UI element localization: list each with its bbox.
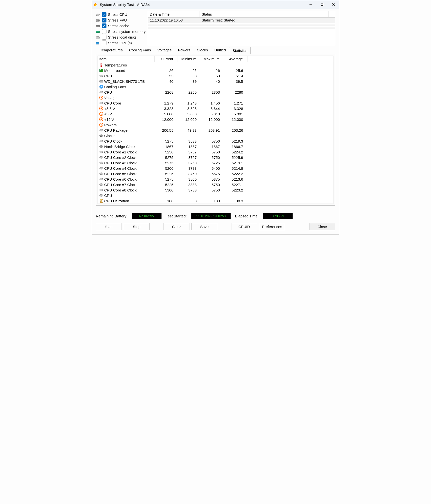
stats-row[interactable]: WD_BLACK SN770 1TB 40 39 40 39.5 <box>98 79 333 84</box>
stats-row[interactable]: CPU Clock 5275 3833 5750 5219.3 <box>98 138 333 144</box>
stats-row[interactable]: CPU Core #8 Clock 5300 3733 5750 5223.2 <box>98 187 333 193</box>
col-item[interactable]: Item <box>98 56 155 62</box>
stats-row[interactable]: CPU Core #1 Clock 5250 3767 5750 5224.2 <box>98 149 333 155</box>
maximize-button[interactable] <box>316 0 328 9</box>
section-header[interactable]: Powers <box>98 122 333 127</box>
item-label: WD_BLACK SN770 1TB <box>104 79 145 84</box>
tab-clocks[interactable]: Clocks <box>194 47 211 54</box>
svg-point-37 <box>100 184 103 186</box>
close-button[interactable] <box>328 0 339 9</box>
stop-button[interactable]: Stop <box>124 223 150 230</box>
stats-row[interactable]: CPU Core #5 Clock 5225 3750 5675 5222.2 <box>98 171 333 176</box>
svg-point-22 <box>100 102 103 104</box>
val-avg: 2280 <box>224 89 247 95</box>
tab-temperatures[interactable]: Temperatures <box>97 47 126 54</box>
svg-point-33 <box>100 162 103 164</box>
val-min: 49.23 <box>178 127 201 133</box>
ssd-icon <box>99 79 103 83</box>
svg-point-16 <box>100 75 103 77</box>
tab-statistics[interactable]: Statistics <box>229 47 251 54</box>
tab-powers[interactable]: Powers <box>175 47 194 54</box>
tab-strip: TemperaturesCooling FansVoltagesPowersCl… <box>97 47 335 54</box>
val-avg: 5213.6 <box>224 176 247 182</box>
log-row[interactable]: 11.10.2022 19:10:53 Stability Test: Star… <box>148 18 335 23</box>
minimize-button[interactable] <box>305 0 316 9</box>
val-max: 5375 <box>201 176 224 182</box>
val-avg: 51.4 <box>224 73 247 79</box>
chip-icon <box>99 172 103 176</box>
val-avg: 5222.2 <box>224 171 247 176</box>
stats-row[interactable]: +12 V 12.000 12.000 12.000 12.000 <box>98 117 333 122</box>
stats-row[interactable]: CPU Core #3 Clock 5275 3750 5725 5219.1 <box>98 160 333 166</box>
col-datetime[interactable]: Date & Time <box>148 11 200 17</box>
stress-checkbox[interactable]: ✓ <box>102 18 106 22</box>
stats-row[interactable]: CPU Core 1.279 1.243 1.456 1.271 <box>98 100 333 106</box>
val-avg: 203.26 <box>224 127 247 133</box>
svg-point-35 <box>100 173 103 175</box>
log-row[interactable] <box>148 29 335 30</box>
svg-point-4 <box>96 14 100 16</box>
status-bar: Remaining Battery: No battery Test Start… <box>96 213 335 219</box>
val-min: 3783 <box>178 166 201 171</box>
col-average[interactable]: Average <box>224 56 247 62</box>
section-header[interactable]: Voltages <box>98 95 333 100</box>
stress-label: Stress local disks <box>108 35 137 39</box>
col-maximum[interactable]: Maximum <box>201 56 224 62</box>
stress-checkbox[interactable] <box>102 29 106 34</box>
disk-icon <box>96 36 100 39</box>
svg-rect-15 <box>100 69 101 70</box>
item-label: CPU Core #3 Clock <box>104 161 137 165</box>
col-status[interactable]: Status <box>200 11 328 17</box>
col-minimum[interactable]: Minimum <box>178 56 201 62</box>
chip-icon <box>99 74 103 78</box>
chip-icon <box>99 193 103 197</box>
section-header[interactable]: Cooling Fans <box>98 84 333 89</box>
section-header[interactable]: Clocks <box>98 133 333 138</box>
stats-row[interactable]: CPU Core #6 Clock 5275 3800 5375 5213.6 <box>98 176 333 182</box>
preferences-button[interactable]: Preferences <box>259 223 285 230</box>
start-button[interactable]: Start <box>96 223 122 230</box>
val-max: 5750 <box>201 155 224 160</box>
svg-rect-1 <box>321 3 323 6</box>
chip-icon <box>99 161 103 165</box>
stats-row[interactable]: CPU 53 38 53 51.4 <box>98 73 333 79</box>
val-current: 12.000 <box>155 117 178 122</box>
stress-checkbox[interactable] <box>102 35 106 40</box>
tab-unified[interactable]: Unified <box>211 47 229 54</box>
section-title: Powers <box>104 123 117 127</box>
val-current: 206.55 <box>155 127 178 133</box>
stats-row[interactable]: CPU 2268 2265 2303 2280 <box>98 89 333 95</box>
tab-panel: Item Current Minimum Maximum Average Tem… <box>96 54 335 206</box>
col-current[interactable]: Current <box>155 56 178 62</box>
stats-row[interactable]: +5 V 5.000 5.000 5.040 5.001 <box>98 111 333 117</box>
stats-row[interactable]: CPU Utilization 100 0 100 98.3 <box>98 198 333 204</box>
stats-row[interactable]: CPU Package 206.55 49.23 208.91 203.26 <box>98 127 333 133</box>
save-button[interactable]: Save <box>191 223 217 230</box>
section-title: Cooling Fans <box>104 85 126 89</box>
cpuid-button[interactable]: CPUID <box>231 223 257 230</box>
stats-row[interactable]: +3.3 V 3.328 3.328 3.344 3.328 <box>98 106 333 111</box>
stats-row[interactable]: North Bridge Clock 1867 1867 1867 1866.7 <box>98 144 333 149</box>
val-max: 5725 <box>201 160 224 166</box>
stats-row[interactable]: Motherboard 26 25 26 25.6 <box>98 68 333 73</box>
val-max: 1867 <box>201 144 224 149</box>
stress-checkbox[interactable]: ✓ <box>102 23 106 28</box>
button-row: Start Stop Clear Save CPUID Preferences … <box>96 223 335 230</box>
section-header[interactable]: CPU <box>98 193 333 198</box>
stats-row[interactable]: CPU Core #2 Clock 5275 3767 5750 5225.9 <box>98 155 333 160</box>
tab-cooling-fans[interactable]: Cooling Fans <box>126 47 154 54</box>
val-min: 3750 <box>178 160 201 166</box>
stats-row[interactable]: CPU Core #4 Clock 5200 3783 5400 5214.8 <box>98 166 333 171</box>
val-max: 26 <box>201 68 224 73</box>
stress-checkbox[interactable]: ✓ <box>102 12 106 17</box>
section-header[interactable]: Temperatures <box>98 62 333 68</box>
stats-row[interactable]: CPU Core #7 Clock 5225 3833 5750 5227.1 <box>98 182 333 187</box>
close-dialog-button[interactable]: Close <box>309 223 335 230</box>
val-min: 3800 <box>178 176 201 182</box>
tab-voltages[interactable]: Voltages <box>154 47 175 54</box>
clear-button[interactable]: Clear <box>164 223 189 230</box>
val-max: 100 <box>201 198 224 204</box>
stress-checkbox[interactable] <box>102 41 106 45</box>
val-current: 1867 <box>155 144 178 149</box>
val-avg: 1.271 <box>224 100 247 106</box>
